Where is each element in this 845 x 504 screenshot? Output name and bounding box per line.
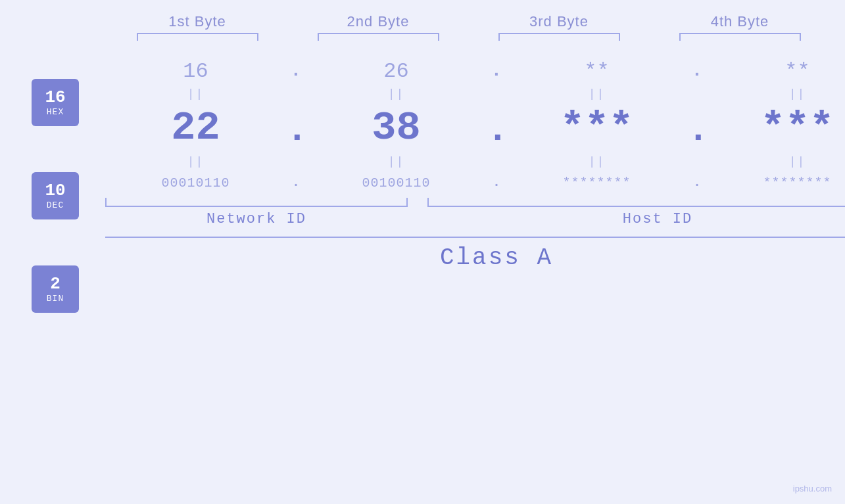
class-label: Class A (105, 244, 845, 271)
eq1-b3: || (506, 87, 687, 101)
bottom-brackets (105, 198, 845, 207)
badge-hex-spacer (32, 46, 92, 79)
bin-b2-value: 00100110 (362, 175, 430, 191)
hex-b3-value: ** (584, 59, 609, 83)
eq1-b4: || (707, 87, 845, 101)
badge-hex: 16 HEX (32, 79, 79, 126)
network-id-label: Network ID (105, 211, 408, 227)
watermark: ipshu.com (793, 484, 832, 493)
bottom-labels: Network ID Host ID (105, 211, 845, 227)
dec-sep2: . (487, 109, 506, 151)
byte2-header: 2nd Byte (288, 13, 469, 30)
badges-column: 16 HEX 10 DEC 2 BIN (0, 46, 92, 313)
hex-b2-cell: 26 (306, 59, 487, 83)
badge-bin-label: BIN (47, 294, 64, 304)
badge-dec-number: 10 (45, 181, 65, 200)
byte-headers: 1st Byte 2nd Byte 3rd Byte 4th Byte (0, 0, 845, 30)
bin-b4-cell: ******** (707, 175, 845, 191)
bin-b2-cell: 00100110 (306, 175, 487, 191)
hex-row: 16 . 26 . ** . ** (105, 59, 845, 83)
hex-b3-cell: ** (506, 59, 687, 83)
hex-b4-cell: ** (707, 59, 845, 83)
hex-sep3: . (687, 60, 707, 83)
bin-b1-cell: 00010110 (105, 175, 286, 191)
hex-b4-value: ** (785, 59, 809, 83)
bracket-cell-3 (469, 33, 650, 41)
badge-bin-number: 2 (50, 275, 60, 294)
network-id-bracket (105, 198, 408, 207)
badge-bin: 2 BIN (32, 265, 79, 313)
main-container: 1st Byte 2nd Byte 3rd Byte 4th Byte 16 H… (0, 0, 845, 504)
eq1-b1: || (105, 87, 286, 101)
bin-b4-value: ******** (763, 175, 831, 191)
badge-dec-spacer (32, 126, 92, 172)
dec-b1-cell: 22 (105, 104, 286, 151)
dec-b1-value: 22 (171, 104, 220, 151)
bin-b3-value: ******** (562, 175, 631, 191)
badge-dec-label: DEC (47, 200, 64, 210)
equals-row-2: || || || || (105, 155, 845, 168)
dec-b3-cell: *** (506, 104, 687, 151)
badge-hex-label: HEX (47, 107, 64, 117)
eq1-b2: || (306, 87, 487, 101)
class-label-row: Class A (105, 244, 845, 271)
bin-row: 00010110 . 00100110 . ******** . *******… (105, 175, 845, 191)
badge-dec: 10 DEC (32, 172, 79, 219)
dec-sep1: . (286, 109, 306, 151)
hex-b1-value: 16 (183, 59, 208, 83)
byte1-header: 1st Byte (107, 13, 288, 30)
top-brackets (0, 33, 845, 41)
dec-b3-value: *** (560, 104, 634, 151)
eq2-b4: || (707, 155, 845, 168)
bin-sep2: . (487, 175, 506, 191)
footer-line (105, 237, 845, 238)
hex-b1-cell: 16 (105, 59, 286, 83)
bracket-cell-1 (107, 33, 288, 41)
bracket-cell-4 (650, 33, 831, 41)
dec-b2-value: 38 (372, 104, 420, 151)
bracket-cell-2 (288, 33, 469, 41)
dec-row: 22 . 38 . *** . *** (105, 104, 845, 151)
bracket-top-2 (318, 33, 439, 41)
badge-hex-number: 16 (45, 88, 65, 107)
bin-sep3: . (687, 175, 707, 191)
dec-sep3: . (687, 109, 707, 151)
host-id-label: Host ID (427, 211, 845, 227)
hex-b2-value: 26 (383, 59, 408, 83)
byte4-header: 4th Byte (650, 13, 831, 30)
bracket-top-3 (498, 33, 620, 41)
equals-row-1: || || || || (105, 87, 845, 101)
hex-sep1: . (286, 60, 306, 83)
dec-b2-cell: 38 (306, 104, 487, 151)
hex-sep2: . (487, 60, 506, 83)
byte3-header: 3rd Byte (469, 13, 650, 30)
host-id-bracket (427, 198, 845, 207)
bin-sep1: . (286, 175, 306, 191)
eq2-b3: || (506, 155, 687, 168)
eq2-b2: || (306, 155, 487, 168)
footer-bracket (105, 237, 845, 238)
bracket-top-1 (137, 33, 258, 41)
dec-b4-cell: *** (707, 104, 845, 151)
bin-b3-cell: ******** (506, 175, 687, 191)
values-grid: 16 . 26 . ** . ** || || (105, 46, 845, 271)
dec-b4-value: *** (761, 104, 834, 151)
bin-b1-value: 00010110 (161, 175, 229, 191)
bracket-top-4 (679, 33, 801, 41)
eq2-b1: || (105, 155, 286, 168)
badge-bin-spacer (32, 219, 92, 265)
